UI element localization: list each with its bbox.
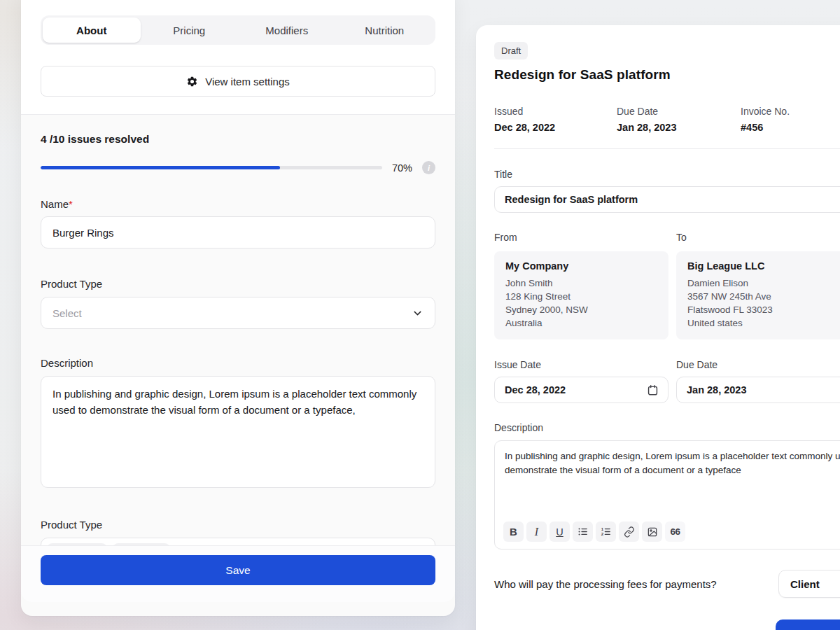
italic-button[interactable]: I: [526, 522, 547, 542]
meta-due-date: Due Date Jan 28, 2023: [617, 106, 741, 133]
tab-modifiers[interactable]: Modifiers: [238, 18, 336, 43]
name-input[interactable]: [41, 216, 435, 248]
product-type-tags-label: Product Type: [41, 519, 435, 531]
quote-button[interactable]: 66: [665, 522, 685, 542]
item-editor-header: About Pricing Modifiers Nutrition View i…: [21, 0, 455, 115]
meta-value: #456: [741, 122, 840, 133]
invoice-title: Redesign for SaaS platform: [494, 67, 840, 83]
meta-label: Issued: [494, 106, 617, 117]
from-to-cards: My Company John Smith 128 King Street Sy…: [494, 251, 840, 340]
product-type-placeholder: Select: [52, 307, 82, 319]
item-editor-panel: About Pricing Modifiers Nutrition View i…: [21, 0, 455, 616]
editor-toolbar: B I U 12 66: [503, 522, 685, 542]
description-textarea[interactable]: In publishing and graphic design, Lorem …: [41, 376, 435, 488]
from-company: My Company: [505, 260, 657, 272]
issues-resolved-heading: 4 /10 issues resolved: [41, 133, 435, 146]
image-icon: [647, 526, 658, 538]
product-type-label: Product Type: [41, 278, 435, 290]
to-card[interactable]: Big League LLC Damien Elison 3567 NW 245…: [676, 251, 840, 340]
info-icon[interactable]: i: [422, 161, 435, 174]
invoice-description-label: Description: [494, 422, 840, 433]
tab-nutrition[interactable]: Nutrition: [336, 18, 434, 43]
ordered-list-button[interactable]: 12: [596, 522, 616, 542]
calendar-icon: [646, 384, 659, 397]
date-labels: Issue Date Due Date: [494, 359, 840, 370]
fees-payer-select[interactable]: Client: [778, 570, 840, 598]
issue-date-input[interactable]: Dec 28, 2022: [494, 377, 668, 403]
progress-percent-label: 70%: [392, 162, 412, 174]
address-line: Damien Elison: [687, 276, 840, 290]
item-editor-body: 4 /10 issues resolved 70% i Name* Produc…: [21, 115, 455, 570]
title-input[interactable]: [494, 186, 840, 213]
from-to-labels: From To: [494, 232, 840, 243]
description-editor[interactable]: In publishing and graphic design, Lorem …: [494, 440, 840, 550]
required-asterisk: *: [69, 198, 73, 210]
meta-value: Dec 28, 2022: [494, 122, 617, 133]
link-button[interactable]: [619, 522, 639, 542]
underline-button[interactable]: U: [550, 522, 570, 542]
fees-section: Who will pay the processing fees for pay…: [494, 570, 840, 598]
title-field-label: Title: [494, 169, 840, 180]
progress-bar: [41, 166, 382, 169]
bullet-list-icon: [577, 526, 589, 538]
bullet-list-button[interactable]: [573, 522, 593, 542]
tab-bar: About Pricing Modifiers Nutrition: [41, 15, 435, 45]
address-line: Sydney 2000, NSW: [505, 303, 657, 316]
tab-pricing[interactable]: Pricing: [141, 18, 239, 43]
send-invoice-button[interactable]: Send invoice: [776, 620, 840, 630]
to-company: Big League LLC: [687, 260, 840, 272]
from-card[interactable]: My Company John Smith 128 King Street Sy…: [494, 251, 668, 340]
name-label: Name*: [41, 198, 435, 210]
send-row: Send invoice: [494, 620, 840, 630]
address-line: John Smith: [505, 276, 657, 290]
description-editor-text[interactable]: In publishing and graphic design, Lorem …: [505, 449, 840, 477]
address-line: 128 King Street: [505, 290, 657, 303]
meta-label: Due Date: [617, 106, 741, 117]
due-date-label: Due Date: [676, 359, 840, 370]
progress-fill: [41, 166, 280, 169]
fees-payer-value: Client: [790, 578, 820, 590]
invoice-meta: Issued Dec 28, 2022 Due Date Jan 28, 202…: [494, 106, 840, 133]
address-line: 3567 NW 245th Ave: [687, 290, 840, 303]
meta-label: Invoice No.: [741, 106, 840, 117]
issue-date-label: Issue Date: [494, 359, 668, 370]
due-date-input[interactable]: Jan 28, 2023: [676, 377, 840, 403]
chevron-down-icon: [412, 307, 424, 319]
svg-text:1: 1: [601, 527, 604, 531]
view-item-settings-button[interactable]: View item settings: [41, 66, 435, 97]
progress-row: 70% i: [41, 161, 435, 174]
ordered-list-icon: 12: [600, 526, 612, 538]
address-line: United states: [687, 316, 840, 330]
meta-invoice-no: Invoice No. #456: [741, 106, 840, 133]
address-line: Flatswood FL 33023: [687, 303, 840, 316]
invoice-panel: Draft Redesign for SaaS platform Issued …: [476, 25, 840, 630]
meta-issued: Issued Dec 28, 2022: [494, 106, 617, 133]
link-icon: [624, 526, 635, 538]
description-label: Description: [41, 357, 435, 369]
date-inputs: Dec 28, 2022 Jan 28, 2023: [494, 370, 840, 403]
meta-value: Jan 28, 2023: [617, 122, 741, 133]
product-type-select[interactable]: Select: [41, 297, 435, 329]
view-item-settings-label: View item settings: [205, 76, 290, 88]
svg-text:2: 2: [601, 532, 604, 536]
address-line: Australia: [505, 316, 657, 330]
to-label: To: [676, 232, 840, 243]
item-editor-footer: Save: [21, 545, 455, 602]
status-badge: Draft: [494, 42, 528, 59]
due-date-value: Jan 28, 2023: [687, 384, 746, 396]
save-button[interactable]: Save: [41, 555, 435, 585]
tab-about[interactable]: About: [43, 18, 141, 43]
divider: [494, 148, 840, 149]
image-button[interactable]: [642, 522, 662, 542]
from-label: From: [494, 232, 668, 243]
issue-date-value: Dec 28, 2022: [505, 384, 566, 396]
gear-icon: [186, 76, 198, 88]
bold-button[interactable]: B: [503, 522, 524, 542]
fees-question: Who will pay the processing fees for pay…: [494, 578, 717, 590]
